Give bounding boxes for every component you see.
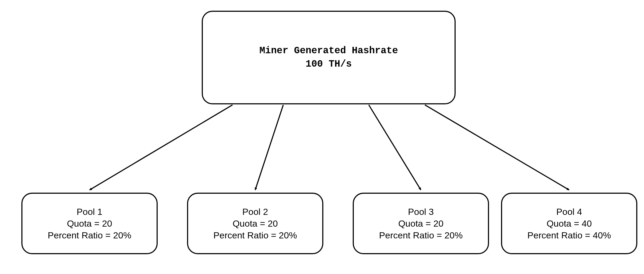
pool-4-ratio: Percent Ratio = 40% (527, 229, 611, 241)
pool-4-name: Pool 4 (556, 206, 582, 218)
pool-node-1: Pool 1 Quota = 20 Percent Ratio = 20% (21, 193, 158, 254)
pool-4-quota: Quota = 40 (546, 218, 592, 229)
pool-2-name: Pool 2 (242, 206, 268, 218)
pool-1-ratio: Percent Ratio = 20% (48, 229, 131, 241)
pool-2-quota: Quota = 20 (232, 218, 278, 229)
pool-3-name: Pool 3 (408, 206, 434, 218)
arrow-to-pool-1 (90, 105, 232, 190)
arrow-to-pool-4 (425, 105, 569, 190)
root-value: 100 TH/s (306, 58, 352, 71)
pool-2-ratio: Percent Ratio = 20% (214, 229, 297, 241)
pool-node-3: Pool 3 Quota = 20 Percent Ratio = 20% (353, 193, 489, 254)
pool-node-2: Pool 2 Quota = 20 Percent Ratio = 20% (187, 193, 323, 254)
pool-3-ratio: Percent Ratio = 20% (379, 229, 463, 241)
pool-3-quota: Quota = 20 (398, 218, 443, 229)
root-title: Miner Generated Hashrate (259, 44, 398, 58)
arrow-to-pool-2 (255, 105, 283, 190)
root-node: Miner Generated Hashrate 100 TH/s (202, 11, 456, 104)
pool-node-4: Pool 4 Quota = 40 Percent Ratio = 40% (501, 193, 637, 254)
pool-1-quota: Quota = 20 (67, 218, 112, 229)
pool-1-name: Pool 1 (77, 206, 102, 218)
arrow-to-pool-3 (369, 105, 421, 190)
